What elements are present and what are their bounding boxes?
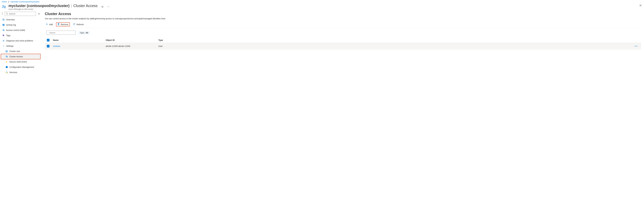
svg-rect-24 [6, 73, 6, 73]
svg-rect-25 [7, 73, 8, 73]
select-all-checkbox[interactable]: ✓ [47, 39, 50, 42]
svg-point-18 [7, 56, 8, 57]
chevron-double-left-icon [38, 13, 40, 15]
sidebar-item-config-mgmt[interactable]: Configuration Management [1, 65, 40, 70]
svg-point-3 [108, 7, 108, 7]
svg-point-2 [107, 7, 108, 7]
sidebar-item-label: Services [9, 71, 17, 74]
sidebar-item-cluster-size[interactable]: Cluster size [1, 49, 40, 54]
refresh-icon [73, 23, 76, 26]
close-button[interactable] [639, 4, 642, 7]
svg-rect-16 [6, 50, 8, 52]
key-icon [6, 61, 8, 63]
type-filter-key: Type : [80, 32, 85, 34]
svg-rect-22 [6, 66, 8, 68]
sidebar-item-label: Cluster size [9, 50, 20, 53]
access-control-icon [2, 29, 5, 31]
svg-rect-12 [3, 25, 4, 26]
page-title-section: Cluster Access [73, 4, 98, 8]
toolbar: Add Remove Refresh [45, 22, 641, 28]
refresh-button[interactable]: Refresh [72, 23, 84, 26]
config-icon [6, 66, 8, 68]
type-filter-pill[interactable]: Type : All [78, 31, 90, 35]
star-icon [101, 6, 104, 8]
svg-rect-23 [6, 71, 7, 72]
sidebar-item-diagnose[interactable]: Diagnose and solve problems [1, 38, 40, 43]
col-object-id[interactable]: Object ID [106, 39, 158, 41]
chevron-right-icon: ❯ [8, 1, 9, 3]
activity-log-icon [2, 24, 5, 26]
sidebar-item-tags[interactable]: Tags [1, 33, 40, 38]
svg-point-13 [3, 30, 4, 30]
main-heading: Cluster Access [45, 12, 641, 16]
cluster-access-icon [6, 55, 8, 58]
sidebar-item-label: Diagnose and solve problems [6, 40, 33, 42]
svg-point-0 [3, 5, 4, 7]
close-icon [639, 4, 642, 7]
svg-point-1 [4, 6, 6, 7]
svg-point-5 [6, 13, 8, 14]
table-header: ✓ Name Object ID Type [45, 38, 641, 43]
page-title: mycluster (contosopool/mycluster) | Clus… [8, 4, 98, 8]
cluster-size-icon [6, 50, 8, 53]
col-name[interactable]: Name [53, 39, 106, 41]
sidebar-item-label: Tags [6, 34, 10, 37]
table-search[interactable] [46, 31, 76, 35]
chevron-down-icon [2, 45, 5, 47]
plus-icon [46, 23, 48, 26]
row-more-button[interactable]: ••• [632, 45, 641, 47]
sidebar-item-label: Configuration Management [9, 66, 34, 68]
page-header: mycluster (contosopool/mycluster) | Clus… [0, 4, 644, 12]
row-checkbox[interactable]: ✓ [47, 45, 50, 48]
table-row[interactable]: ✓ contoso abcde-12345-abcde-12345 User •… [45, 43, 641, 50]
sidebar-item-label: Cluster Access [9, 55, 23, 58]
sidebar-item-label: Activity log [6, 24, 16, 26]
breadcrumb-cluster[interactable]: mycluster (contosopool/mycluster) [10, 1, 39, 3]
sidebar-item-overview[interactable]: Overview [1, 17, 40, 22]
sidebar-search-input[interactable] [9, 13, 34, 15]
sidebar-item-services[interactable]: Services [1, 70, 40, 75]
search-icon [48, 32, 48, 34]
remove-button-label: Remove [61, 23, 68, 26]
add-button-label: Add [49, 23, 53, 26]
page-subtitle: Azure HDInsight on AKS cluster [8, 8, 98, 10]
type-filter-value: All [86, 32, 88, 34]
table-search-input[interactable] [49, 32, 74, 34]
favorite-button[interactable] [100, 5, 104, 9]
more-button[interactable] [106, 6, 110, 8]
sidebar-item-cluster-access[interactable]: Cluster Access [1, 54, 40, 59]
services-icon [6, 71, 8, 74]
row-name-link[interactable]: contoso [53, 45, 60, 47]
svg-rect-21 [6, 62, 7, 63]
svg-point-8 [3, 19, 4, 20]
svg-line-6 [7, 14, 8, 15]
main-description: You can control access to the cluster en… [45, 18, 641, 20]
sidebar-item-label: Secure shell (SSH) [9, 61, 27, 63]
tags-icon [2, 34, 5, 37]
sidebar-group-settings[interactable]: Settings [1, 43, 40, 49]
search-icon [6, 13, 8, 15]
page-title-main: mycluster (contosopool/mycluster) [8, 4, 70, 8]
ellipsis-icon [107, 6, 110, 7]
sidebar-item-activity-log[interactable]: Activity log [1, 22, 40, 28]
breadcrumb: Home ❯ mycluster (contosopool/mycluster) [0, 0, 644, 4]
col-type[interactable]: Type [158, 39, 632, 41]
sidebar-item-secure-shell[interactable]: Secure shell (SSH) [1, 59, 40, 65]
svg-point-17 [6, 56, 7, 57]
row-object-id: abcde-12345-abcde-12345 [106, 45, 158, 47]
trash-icon [58, 23, 60, 26]
reorder-icon[interactable] [2, 13, 3, 15]
collapse-sidebar-button[interactable] [37, 12, 40, 15]
remove-button[interactable]: Remove [56, 23, 70, 26]
sidebar: Overview Activity log Access control (IA… [0, 12, 41, 75]
svg-point-15 [3, 35, 3, 35]
refresh-button-label: Refresh [76, 23, 84, 26]
sidebar-search[interactable] [5, 12, 36, 16]
diagnose-icon [2, 40, 5, 42]
svg-point-4 [109, 7, 109, 7]
svg-point-14 [4, 30, 4, 30]
add-button[interactable]: Add [45, 23, 54, 26]
row-type: User [158, 45, 632, 47]
breadcrumb-home[interactable]: Home [2, 1, 7, 3]
sidebar-item-access-control[interactable]: Access control (IAM) [1, 28, 40, 33]
